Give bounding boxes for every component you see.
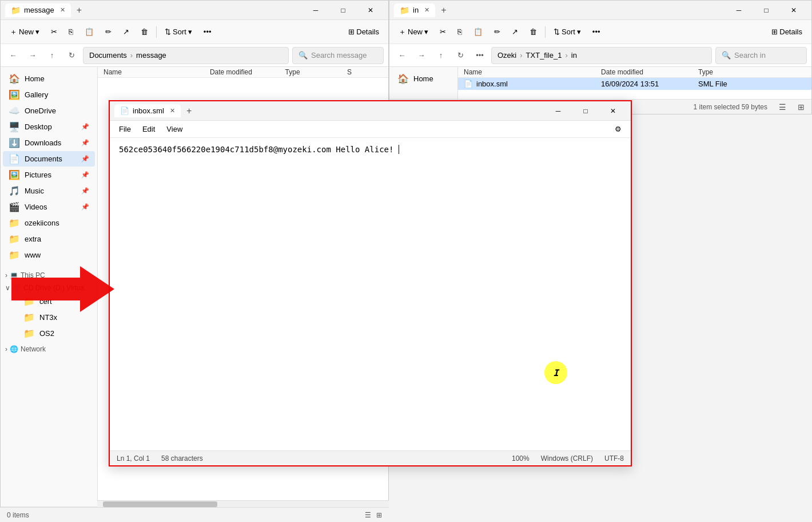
right-sort-btn[interactable]: ⇅ Sort ▾ <box>549 25 586 38</box>
left-search-box[interactable]: 🔍 Search message <box>292 47 384 64</box>
left-tab-message[interactable]: 📁 message ✕ <box>5 3 71 17</box>
right-up-btn[interactable]: ↑ <box>433 48 449 64</box>
right-more-btn[interactable]: ••• <box>588 25 605 38</box>
sidebar-item-home[interactable]: 🏠 Home <box>3 71 95 86</box>
np-tab-inbox[interactable]: 📄 inbox.sml ✕ <box>114 104 181 117</box>
sidebar-item-ozekiicons[interactable]: 📁 ozekiicons <box>3 215 95 231</box>
left-hscrollbar[interactable] <box>97 500 389 507</box>
right-forward-btn[interactable]: → <box>413 48 429 64</box>
right-cut-btn[interactable]: ✂ <box>435 25 451 38</box>
left-cut-btn[interactable]: ✂ <box>46 25 62 38</box>
sidebar-item-www[interactable]: 📁 www <box>3 247 95 263</box>
left-up-btn[interactable]: ↑ <box>44 48 60 64</box>
right-new-btn[interactable]: ＋ New ▾ <box>394 25 433 39</box>
sidebar-item-desktop[interactable]: 🖥️ Desktop 📌 <box>3 119 95 135</box>
sidebar-thispc-header[interactable]: › 💻 This PC <box>1 268 97 280</box>
np-characters: 58 characters <box>161 454 203 462</box>
right-view-grid-icon[interactable]: ⊞ <box>798 102 805 112</box>
left-list-view-icon[interactable]: ☰ <box>365 511 371 519</box>
sidebar-item-cert[interactable]: 📁 cert <box>3 294 95 309</box>
left-grid-view-icon[interactable]: ⊞ <box>376 511 382 519</box>
np-view-menu[interactable]: View <box>162 123 187 135</box>
np-minimize-btn[interactable]: ─ <box>545 102 571 120</box>
right-copy-btn[interactable]: ⎘ <box>453 25 467 38</box>
left-close-btn[interactable]: ✕ <box>357 1 384 19</box>
sidebar-label-music: Music <box>25 187 44 195</box>
right-rename-btn[interactable]: ✏ <box>489 25 505 38</box>
left-hscrollbar-thumb[interactable] <box>103 501 217 507</box>
right-tab-in[interactable]: 📁 in ✕ <box>394 3 435 17</box>
right-search-box[interactable]: 🔍 Search in <box>715 47 807 64</box>
inbox-file-row[interactable]: 📄 inbox.sml 16/09/2024 13:51 SML File <box>458 78 811 90</box>
right-home-icon: 🏠 <box>397 73 409 84</box>
right-paste-btn[interactable]: 📋 <box>469 25 487 38</box>
sidebar-label-cert: cert <box>39 297 52 306</box>
right-details-btn[interactable]: ⊞ Details <box>767 25 807 38</box>
left-delete-btn[interactable]: 🗑 <box>136 25 153 38</box>
np-statusbar: Ln 1, Col 1 58 characters 100% Windows (… <box>110 450 631 465</box>
right-sort-label: Sort <box>562 27 575 36</box>
right-share-btn[interactable]: ↗ <box>507 25 523 38</box>
np-close-btn[interactable]: ✕ <box>600 102 626 120</box>
sidebar-item-nt3x[interactable]: 📁 NT3x <box>3 310 95 325</box>
left-maximize-btn[interactable]: □ <box>330 1 356 19</box>
right-close-btn[interactable]: ✕ <box>781 1 807 19</box>
documents-icon: 📄 <box>9 153 20 164</box>
left-share-btn[interactable]: ↗ <box>118 25 134 38</box>
left-sort-btn[interactable]: ⇅ Sort ▾ <box>160 25 197 38</box>
sidebar-item-os2[interactable]: 📁 OS2 <box>3 326 95 341</box>
left-paste-btn[interactable]: 📋 <box>80 25 98 38</box>
sidebar-item-onedrive[interactable]: ☁️ OneDrive <box>3 103 95 118</box>
np-editor[interactable]: 562ce053640f566220e1904c711d5bf8@myozeki… <box>110 138 631 450</box>
sidebar-label-cddrive: CD Drive (D:) Virtua <box>23 284 84 292</box>
right-more-nav-btn[interactable]: ••• <box>472 48 488 64</box>
left-forward-btn[interactable]: → <box>25 48 41 64</box>
sidebar-network-header[interactable]: › 🌐 Network <box>1 342 97 354</box>
right-address-path[interactable]: Ozeki › TXT_file_1 › in <box>491 47 712 64</box>
left-back-btn[interactable]: ← <box>5 48 21 64</box>
sidebar-item-downloads[interactable]: ⬇️ Downloads 📌 <box>3 135 95 151</box>
left-copy-icon: ⎘ <box>69 27 73 36</box>
left-details-icon: ⊞ <box>348 27 355 36</box>
left-details-btn[interactable]: ⊞ Details <box>344 25 384 38</box>
left-more-btn[interactable]: ••• <box>199 25 216 38</box>
left-copy-btn[interactable]: ⎘ <box>64 25 78 38</box>
left-rename-btn[interactable]: ✏ <box>101 25 116 38</box>
left-new-btn[interactable]: ＋ New ▾ <box>5 25 44 39</box>
left-refresh-btn[interactable]: ↻ <box>63 48 79 64</box>
cddrive-expand-icon: ∨ <box>5 284 10 292</box>
sidebar-item-music[interactable]: 🎵 Music 📌 <box>3 183 95 199</box>
left-tab-add[interactable]: + <box>73 4 85 17</box>
right-back-btn[interactable]: ← <box>394 48 410 64</box>
right-sidebar-home[interactable]: 🏠 Home <box>392 71 455 86</box>
np-maximize-btn[interactable]: □ <box>572 102 599 120</box>
np-settings-btn[interactable]: ⚙ <box>610 121 626 137</box>
left-new-label: New <box>19 27 34 36</box>
left-tab-close[interactable]: ✕ <box>60 6 65 14</box>
right-delete-btn[interactable]: 🗑 <box>525 25 542 38</box>
left-minimize-btn[interactable]: ─ <box>302 1 329 19</box>
right-tab-add[interactable]: + <box>437 4 449 17</box>
sidebar-item-pictures[interactable]: 🖼️ Pictures 📌 <box>3 167 95 183</box>
sidebar-item-videos[interactable]: 🎬 Videos 📌 <box>3 199 95 215</box>
np-edit-menu[interactable]: Edit <box>138 123 160 135</box>
np-line-ending: Windows (CRLF) <box>541 454 593 462</box>
left-path-message: message <box>136 51 166 60</box>
network-icon: 🌐 <box>10 345 18 353</box>
left-paste-icon: 📋 <box>85 27 94 36</box>
left-address-path[interactable]: Documents › message <box>83 47 289 64</box>
sidebar-item-documents[interactable]: 📄 Documents 📌 <box>3 151 95 167</box>
sidebar-item-extra[interactable]: 📁 extra <box>3 231 95 247</box>
right-refresh-btn[interactable]: ↻ <box>452 48 468 64</box>
right-maximize-btn[interactable]: □ <box>753 1 779 19</box>
right-sort-icon: ⇅ <box>554 27 560 36</box>
sidebar-cddrive-header[interactable]: ∨ 💿 CD Drive (D:) Virtua <box>1 280 97 293</box>
right-minimize-btn[interactable]: ─ <box>726 1 752 19</box>
np-tab-close[interactable]: ✕ <box>170 107 175 114</box>
right-view-list-icon[interactable]: ☰ <box>779 102 786 112</box>
np-file-menu[interactable]: File <box>114 123 136 135</box>
np-tab-add[interactable]: + <box>183 105 195 117</box>
sidebar-item-gallery[interactable]: 🖼️ Gallery <box>3 87 95 102</box>
right-tab-close[interactable]: ✕ <box>424 6 429 14</box>
onedrive-icon: ☁️ <box>9 105 20 116</box>
